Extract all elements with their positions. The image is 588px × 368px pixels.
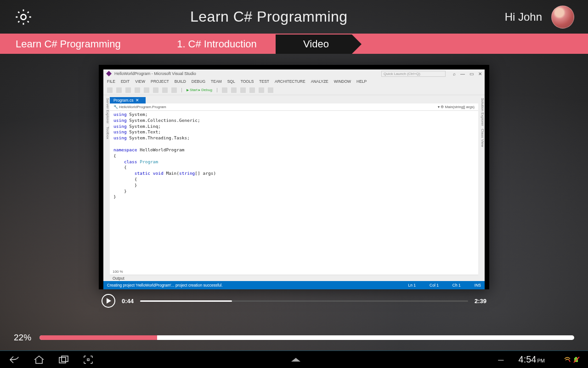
progress-bar[interactable] bbox=[40, 335, 574, 340]
breadcrumb-chapter[interactable]: 1. C# Introduction bbox=[161, 34, 276, 54]
maximize-icon: ▭ bbox=[469, 71, 474, 76]
wifi-icon bbox=[564, 356, 571, 363]
battery-icon bbox=[573, 356, 580, 363]
svg-rect-5 bbox=[575, 357, 577, 358]
svg-rect-1 bbox=[59, 357, 66, 363]
home-button[interactable] bbox=[33, 355, 45, 365]
back-button[interactable] bbox=[8, 355, 20, 365]
ide-toolbar: │ Start ▸ Debug │ bbox=[103, 85, 485, 95]
breadcrumb-section[interactable]: Video bbox=[276, 34, 352, 54]
recent-apps-button[interactable] bbox=[58, 355, 70, 365]
breadcrumb-rest bbox=[352, 34, 588, 54]
breadcrumb: Learn C# Programming 1. C# Introduction … bbox=[0, 34, 588, 54]
search-icon: ⌕ bbox=[453, 71, 456, 76]
video-frame[interactable]: HelloWorldProgram - Microsoft Visual Stu… bbox=[99, 65, 489, 289]
ide-statusbar: Creating project 'HelloWorldProgram'... … bbox=[103, 281, 485, 289]
quick-launch-input: Quick Launch (Ctrl+Q) bbox=[381, 71, 446, 77]
ide-left-tabs: Server Explorer Toolbox bbox=[103, 95, 110, 281]
seek-fill bbox=[140, 300, 232, 302]
ide-titlebar: HelloWorldProgram - Microsoft Visual Stu… bbox=[103, 69, 485, 78]
ide-zoom: 100 % bbox=[110, 268, 478, 275]
android-navbar: – 4:54PM bbox=[0, 351, 588, 368]
progress-fill bbox=[40, 335, 157, 340]
ide-output-header: Output bbox=[110, 275, 478, 281]
video-controls: 0:44 2:39 bbox=[99, 289, 489, 312]
visual-studio-icon bbox=[106, 71, 112, 76]
ide-file-tabs: Program.cs ✕ bbox=[110, 95, 478, 104]
user-avatar[interactable] bbox=[551, 6, 574, 29]
start-debug-button: Start ▸ Debug bbox=[187, 88, 212, 92]
svg-point-0 bbox=[21, 14, 26, 19]
breadcrumb-course[interactable]: Learn C# Programming bbox=[0, 34, 161, 54]
divider: – bbox=[498, 354, 503, 366]
expand-nav-icon[interactable] bbox=[291, 358, 300, 362]
code-editor: using System; using System.Collections.G… bbox=[110, 111, 478, 268]
ide-right-tabs: Solution Explorer Class View bbox=[478, 95, 485, 281]
elapsed-time: 0:44 bbox=[122, 298, 134, 305]
app-title: Learn C# Programming bbox=[33, 8, 505, 25]
status-tray[interactable] bbox=[564, 356, 580, 363]
clock[interactable]: 4:54PM bbox=[519, 354, 545, 365]
course-progress: 22% bbox=[14, 333, 574, 343]
svg-rect-3 bbox=[87, 359, 89, 361]
screenshot-button[interactable] bbox=[83, 355, 94, 365]
window-buttons: ⌕ — ▭ ✕ bbox=[453, 71, 482, 76]
svg-rect-2 bbox=[62, 356, 68, 362]
minimize-icon: — bbox=[460, 71, 465, 76]
play-button[interactable] bbox=[102, 294, 115, 308]
total-time: 2:39 bbox=[475, 298, 486, 305]
ide-screenshot: HelloWorldProgram - Microsoft Visual Stu… bbox=[103, 69, 485, 289]
video-area: HelloWorldProgram - Microsoft Visual Stu… bbox=[0, 65, 588, 312]
settings-button[interactable] bbox=[14, 7, 33, 27]
seek-bar[interactable] bbox=[140, 300, 468, 302]
ide-nav-crumb: 🔧 HelloWorldProgram.Program ▾ ⚙ Main(str… bbox=[110, 104, 478, 111]
close-icon: ✕ bbox=[478, 71, 482, 76]
ide-window-title: HelloWorldProgram - Microsoft Visual Stu… bbox=[114, 71, 379, 76]
progress-percent: 22% bbox=[14, 333, 31, 343]
file-tab: Program.cs ✕ bbox=[110, 97, 146, 104]
app-header: Learn C# Programming Hi John bbox=[0, 0, 588, 34]
ide-menubar: FILE EDIT VIEW PROJECT BUILD DEBUG TEAM … bbox=[103, 78, 485, 85]
user-greeting: Hi John bbox=[505, 11, 542, 23]
